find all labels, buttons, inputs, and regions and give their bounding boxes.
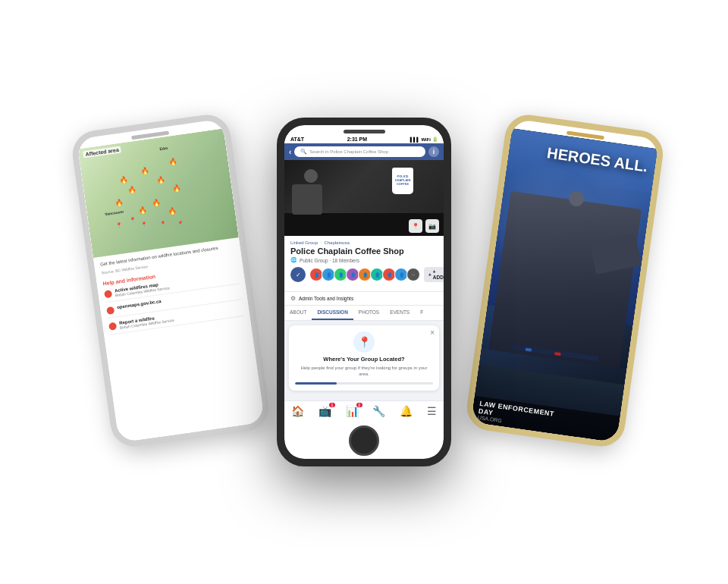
fb-content: × 📍 Where's Your Group Located? Help peo… (284, 321, 444, 400)
fb-tab-about[interactable]: ABOUT (284, 306, 312, 320)
fb-admin-text: Admin Tools and Insights (299, 296, 353, 301)
fb-location-pin-button[interactable]: 📍 (409, 219, 422, 233)
fb-location-title: Where's Your Group Located? (295, 356, 433, 363)
fb-groups-badge: 2 (356, 403, 362, 407)
fb-group-meta: 🌐 Public Group · 18 Members (290, 257, 438, 263)
fb-add-label: + ADD (433, 269, 444, 280)
fb-search-icon: 🔍 (300, 149, 307, 155)
fb-nav-menu[interactable]: ☰ (427, 405, 437, 417)
fb-add-button[interactable]: + + ADD (424, 267, 444, 282)
phone-left-screen: Affected area Vancouver Edm 🔥 🔥 🔥 🔥 🔥 🔥 … (78, 128, 265, 442)
fb-time: 2:31 PM (347, 137, 367, 142)
fire-icon-1: 🔥 (119, 175, 128, 184)
fire-icon-9: 🔥 (172, 184, 181, 193)
fb-signal: ▌▌▌ (410, 137, 420, 142)
phone-right-screen: HEROES ALL. (471, 128, 658, 442)
fb-search-text: Search in Police Chaplain Coffee Shop (309, 149, 388, 154)
fire-icon-4: 🔥 (156, 176, 165, 184)
fb-tab-more[interactable]: F (415, 306, 428, 320)
fb-admin-tools[interactable]: ⚙ Admin Tools and Insights (284, 291, 444, 306)
fire-icon-3: 🔥 (127, 185, 136, 193)
phone-center-home-button[interactable] (349, 425, 379, 456)
help-item-icon-1 (106, 306, 115, 315)
fire-icon-6: 🔥 (152, 199, 161, 207)
officer-silhouette (488, 191, 642, 368)
fb-linked-group-name[interactable]: Chaplainusa (324, 240, 349, 245)
fb-cover-person (292, 169, 330, 215)
fb-joined-checkmark: ✓ (290, 267, 306, 282)
wildfire-map: Affected area Vancouver Edm 🔥 🔥 🔥 🔥 🔥 🔥 … (78, 128, 239, 258)
fire-icon-7: 🔥 (138, 206, 147, 215)
fb-search-input[interactable]: 🔍 Search in Police Chaplain Coffee Shop (294, 146, 425, 157)
fb-cover-image: POLICECHAPLAINCOFFEE 📍 📷 (284, 160, 444, 236)
scene: Affected area Vancouver Edm 🔥 🔥 🔥 🔥 🔥 🔥 … (0, 0, 728, 584)
fb-linked-group-static: Linked Group (290, 240, 318, 245)
phone-center-screen: AT&T 2:31 PM ▌▌▌ WiFi 🔋 ‹ 🔍 Search in Po… (284, 135, 444, 421)
car-light-red (554, 352, 560, 356)
fb-tab-discussion[interactable]: DISCUSSION (312, 306, 353, 320)
fb-nav-bell[interactable]: 🔔 (400, 405, 413, 417)
fb-location-card: × 📍 Where's Your Group Located? Help peo… (289, 325, 439, 391)
affected-area-label: Affected area (83, 146, 121, 158)
fb-tab-events[interactable]: EVENTS (384, 306, 415, 320)
fb-nav-groups[interactable]: 📊 2 (346, 405, 359, 417)
fb-wifi-icon: WiFi (421, 137, 431, 142)
fb-globe-icon: 🌐 (290, 257, 297, 263)
city-label-vancouver: Vancouver (105, 209, 124, 216)
fb-bottom-nav: 🏠 📺 1 📊 2 🔧 🔔 ☰ (284, 400, 444, 421)
city-label-edm: Edm (159, 145, 168, 150)
fb-nav-tv[interactable]: 📺 1 (318, 405, 331, 417)
fb-admin-icon: ⚙ (290, 295, 296, 302)
fb-coffee-cup: POLICECHAPLAINCOFFEE (392, 168, 413, 194)
phone-right: HEROES ALL. (464, 111, 666, 449)
fb-status-icons: ▌▌▌ WiFi 🔋 (410, 137, 438, 142)
fb-progress-bar (295, 382, 433, 385)
fb-status-bar: AT&T 2:31 PM ▌▌▌ WiFi 🔋 (284, 135, 444, 143)
fire-icon-8: 🔥 (168, 157, 177, 165)
phone-left: Affected area Vancouver Edm 🔥 🔥 🔥 🔥 🔥 🔥 … (70, 111, 271, 449)
heroes-poster: HEROES ALL. (471, 128, 658, 442)
fb-back-button[interactable]: ‹ (289, 148, 291, 156)
fb-member-row: ✓ 👤 👤 👤 👤 👤 👤 👤 👤 ··· + + ADD (290, 267, 438, 282)
car-light-blue (526, 347, 532, 351)
fb-tabs: ABOUT DISCUSSION PHOTOS EVENTS F (284, 306, 444, 321)
fb-group-type: Public Group · 18 Members (300, 258, 359, 263)
heroes-officer-area (481, 172, 651, 369)
phone-center: AT&T 2:31 PM ▌▌▌ WiFi 🔋 ‹ 🔍 Search in Po… (277, 118, 451, 466)
fire-icon-10: 🔥 (168, 207, 177, 215)
fb-group-name: Police Chaplain Coffee Shop (290, 246, 438, 256)
help-item-icon-0 (104, 290, 112, 298)
fb-battery-icon: 🔋 (432, 137, 438, 142)
officer-arm (590, 234, 642, 275)
fb-location-icon: 📍 (353, 331, 375, 353)
fb-info-button[interactable]: i (428, 146, 439, 157)
fb-tab-photos[interactable]: PHOTOS (353, 306, 384, 320)
officer-head (568, 190, 585, 208)
fb-nav-home[interactable]: 🏠 (291, 405, 304, 417)
fb-tv-badge: 1 (329, 403, 335, 407)
fb-progress-fill (295, 382, 337, 385)
fire-icon-5: 🔥 (115, 198, 124, 206)
fb-close-button[interactable]: × (430, 328, 435, 337)
help-item-icon-2 (108, 322, 117, 331)
fb-nav-menu-friends[interactable]: 🔧 (372, 405, 385, 417)
fb-linked-group-label: Linked Group · Chaplainusa (290, 240, 438, 245)
fb-camera-button[interactable]: 📷 (425, 219, 439, 233)
phone-center-speaker (344, 130, 385, 133)
fb-avatar-more: ··· (406, 268, 420, 281)
fb-add-plus: + (428, 272, 431, 278)
fire-icon-2: 🔥 (140, 167, 149, 175)
fb-search-bar: ‹ 🔍 Search in Police Chaplain Coffee Sho… (284, 143, 444, 160)
fb-group-info: Linked Group · Chaplainusa Police Chapla… (284, 236, 444, 291)
fb-cover-icons: 📍 📷 (409, 219, 439, 233)
fb-carrier: AT&T (290, 137, 304, 142)
help-item-title-1: openmaps.gov.bc.ca (117, 299, 162, 309)
fb-location-desc: Help people find your group if they're l… (295, 365, 433, 378)
